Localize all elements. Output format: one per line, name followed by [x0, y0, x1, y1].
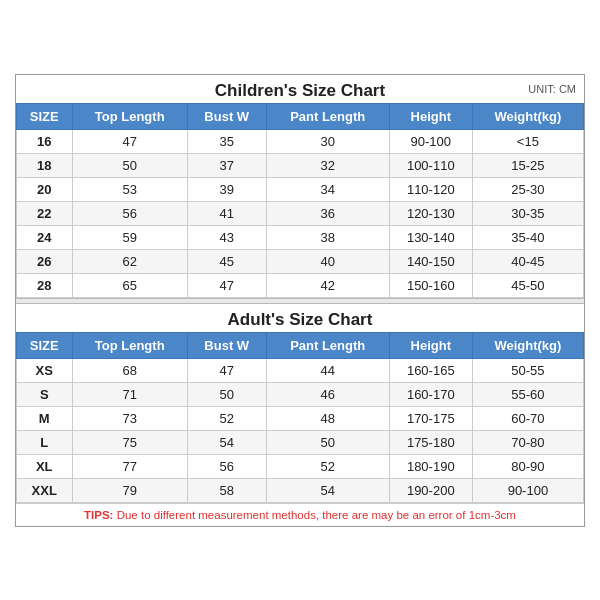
adults-header-row: SIZE Top Length Bust W Pant Length Heigh… — [17, 332, 584, 358]
table-cell: 56 — [187, 454, 266, 478]
table-cell: 150-160 — [389, 273, 472, 297]
table-cell: M — [17, 406, 73, 430]
table-cell: 160-165 — [389, 358, 472, 382]
table-cell: 120-130 — [389, 201, 472, 225]
table-cell: 50 — [187, 382, 266, 406]
table-cell: 28 — [17, 273, 73, 297]
table-cell: 40 — [266, 249, 389, 273]
table-cell: 175-180 — [389, 430, 472, 454]
children-col-toplength: Top Length — [72, 103, 187, 129]
table-cell: 70-80 — [472, 430, 583, 454]
table-cell: 110-120 — [389, 177, 472, 201]
table-cell: 180-190 — [389, 454, 472, 478]
table-cell: 58 — [187, 478, 266, 502]
table-row: 24594338130-14035-40 — [17, 225, 584, 249]
table-cell: 50-55 — [472, 358, 583, 382]
table-cell: 44 — [266, 358, 389, 382]
table-row: 20533934110-12025-30 — [17, 177, 584, 201]
table-cell: 41 — [187, 201, 266, 225]
table-cell: 53 — [72, 177, 187, 201]
adults-col-toplength: Top Length — [72, 332, 187, 358]
adults-col-weight: Weight(kg) — [472, 332, 583, 358]
table-row: 1647353090-100<15 — [17, 129, 584, 153]
table-cell: XS — [17, 358, 73, 382]
table-cell: 40-45 — [472, 249, 583, 273]
tips-text: Due to different measurement methods, th… — [117, 509, 516, 521]
size-chart-container: Children's Size Chart UNIT: CM SIZE Top … — [15, 74, 585, 527]
table-cell: 39 — [187, 177, 266, 201]
children-title-row: Children's Size Chart UNIT: CM — [16, 75, 584, 103]
table-cell: S — [17, 382, 73, 406]
tips-row: TIPS: Due to different measurement metho… — [16, 503, 584, 526]
table-cell: 46 — [266, 382, 389, 406]
table-row: L755450175-18070-80 — [17, 430, 584, 454]
table-row: 26624540140-15040-45 — [17, 249, 584, 273]
table-cell: 79 — [72, 478, 187, 502]
table-cell: 47 — [187, 358, 266, 382]
table-cell: 140-150 — [389, 249, 472, 273]
table-cell: 170-175 — [389, 406, 472, 430]
table-cell: 90-100 — [389, 129, 472, 153]
table-cell: 75 — [72, 430, 187, 454]
table-cell: 42 — [266, 273, 389, 297]
table-row: S715046160-17055-60 — [17, 382, 584, 406]
table-cell: 52 — [266, 454, 389, 478]
table-cell: 52 — [187, 406, 266, 430]
children-col-height: Height — [389, 103, 472, 129]
table-cell: 71 — [72, 382, 187, 406]
table-cell: 35-40 — [472, 225, 583, 249]
table-cell: <15 — [472, 129, 583, 153]
table-cell: 45-50 — [472, 273, 583, 297]
table-cell: 55-60 — [472, 382, 583, 406]
table-row: 22564136120-13030-35 — [17, 201, 584, 225]
table-cell: 37 — [187, 153, 266, 177]
table-cell: 65 — [72, 273, 187, 297]
tips-label: TIPS: — [84, 509, 113, 521]
table-cell: 38 — [266, 225, 389, 249]
table-cell: 32 — [266, 153, 389, 177]
children-col-weight: Weight(kg) — [472, 103, 583, 129]
table-cell: XL — [17, 454, 73, 478]
table-cell: L — [17, 430, 73, 454]
children-title: Children's Size Chart — [215, 81, 385, 100]
children-table: SIZE Top Length Bust W Pant Length Heigh… — [16, 103, 584, 298]
table-cell: 56 — [72, 201, 187, 225]
table-cell: 26 — [17, 249, 73, 273]
adults-col-pantlength: Pant Length — [266, 332, 389, 358]
table-cell: 130-140 — [389, 225, 472, 249]
children-col-bustw: Bust W — [187, 103, 266, 129]
adults-col-height: Height — [389, 332, 472, 358]
adults-title: Adult's Size Chart — [228, 310, 373, 329]
table-cell: 36 — [266, 201, 389, 225]
table-row: XL775652180-19080-90 — [17, 454, 584, 478]
table-cell: 190-200 — [389, 478, 472, 502]
table-cell: 35 — [187, 129, 266, 153]
table-cell: 45 — [187, 249, 266, 273]
children-header-row: SIZE Top Length Bust W Pant Length Heigh… — [17, 103, 584, 129]
table-cell: 62 — [72, 249, 187, 273]
table-cell: 73 — [72, 406, 187, 430]
table-cell: 160-170 — [389, 382, 472, 406]
table-cell: 22 — [17, 201, 73, 225]
table-cell: 16 — [17, 129, 73, 153]
table-row: XXL795854190-20090-100 — [17, 478, 584, 502]
table-cell: 15-25 — [472, 153, 583, 177]
table-cell: 100-110 — [389, 153, 472, 177]
table-cell: 48 — [266, 406, 389, 430]
table-cell: 18 — [17, 153, 73, 177]
table-cell: 60-70 — [472, 406, 583, 430]
table-cell: 54 — [187, 430, 266, 454]
table-cell: 50 — [72, 153, 187, 177]
table-cell: 43 — [187, 225, 266, 249]
table-cell: 25-30 — [472, 177, 583, 201]
adults-col-size: SIZE — [17, 332, 73, 358]
table-cell: 34 — [266, 177, 389, 201]
table-cell: 90-100 — [472, 478, 583, 502]
table-cell: 30-35 — [472, 201, 583, 225]
table-cell: 24 — [17, 225, 73, 249]
table-row: 28654742150-16045-50 — [17, 273, 584, 297]
table-cell: 47 — [72, 129, 187, 153]
table-row: M735248170-17560-70 — [17, 406, 584, 430]
adults-col-bustw: Bust W — [187, 332, 266, 358]
children-col-size: SIZE — [17, 103, 73, 129]
